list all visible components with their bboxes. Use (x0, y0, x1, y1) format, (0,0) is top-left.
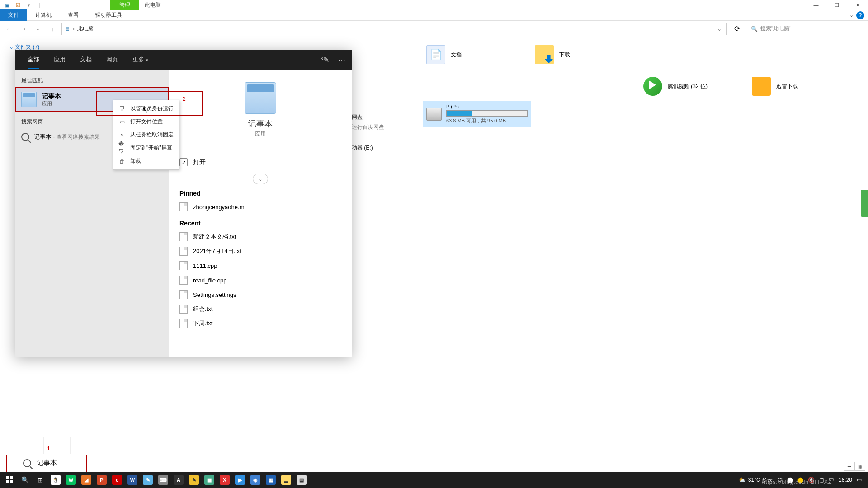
scroll-indicator[interactable] (861, 190, 868, 217)
recent-file[interactable]: 1111.cpp (179, 258, 341, 273)
taskbar-app[interactable]: ⌨ (156, 472, 171, 488)
taskbar-app[interactable]: W (125, 472, 140, 488)
drive-p[interactable]: P (P:) 63.8 MB 可用，共 95.0 MB (423, 101, 531, 127)
help-icon[interactable]: ? (856, 11, 864, 19)
ribbon-view-tab[interactable]: 查看 (60, 9, 87, 21)
open-icon: ↗ (179, 158, 188, 166)
drive-info: P (P:) 63.8 MB 可用，共 95.0 MB (446, 104, 528, 124)
action-label: 打开 (193, 158, 206, 166)
maximize-button[interactable]: ☐ (826, 0, 847, 10)
up-button[interactable]: ↑ (47, 23, 58, 34)
drive-status: 63.8 MB 可用，共 95.0 MB (446, 117, 528, 124)
explorer-search[interactable]: 🔍 搜索"此电脑" (747, 23, 864, 35)
folder-label: 下载 (559, 51, 570, 59)
folder-downloads[interactable]: 下载 (531, 42, 640, 68)
address-dropdown-icon[interactable]: ⌄ (715, 26, 724, 32)
taskbar-app[interactable]: ✎ (186, 472, 202, 488)
feedback-icon[interactable]: ᴿ✎ (320, 56, 329, 64)
back-button[interactable]: ← (4, 23, 14, 34)
taskbar-search-button[interactable]: 🔍 (17, 472, 33, 488)
taskbar-app[interactable]: A (171, 472, 186, 488)
taskbar-app[interactable]: 🐧 (48, 472, 63, 488)
tab-all[interactable]: 全部 (21, 50, 46, 69)
ribbon-driver-tab[interactable]: 驱动器工具 (87, 9, 130, 21)
search-placeholder: 搜索"此电脑" (760, 25, 792, 33)
clock[interactable]: 18:20 (839, 477, 852, 483)
qat-dropdown-icon[interactable]: ▾ (25, 1, 33, 9)
ribbon-file-tab[interactable]: 文件 (0, 9, 27, 21)
address-sep: › (73, 26, 75, 32)
drive-usage-bar (446, 110, 528, 117)
taskbar-app[interactable]: X (217, 472, 232, 488)
search-body: 最佳匹配 记事本 应用 搜索网页 记事本 - 查看网络搜索结果 记事本 应用 ↗… (15, 70, 352, 357)
ctx-unpin-taskbar[interactable]: ⤫从任务栏取消固定 (113, 128, 179, 141)
ribbon-collapse-icon[interactable]: ⌄ (849, 12, 854, 18)
tab-docs[interactable]: 文档 (74, 50, 98, 69)
recent-file[interactable]: 下周.txt (179, 316, 341, 331)
ctx-label: 固定到"开始"屏幕 (130, 144, 172, 152)
recent-file[interactable]: 组会.txt (179, 302, 341, 316)
expand-actions-button[interactable]: ⌄ (253, 174, 268, 184)
recent-file[interactable]: read_file.cpp (179, 273, 341, 287)
view-details-button[interactable]: ☰ (844, 462, 854, 471)
search-icon (23, 459, 31, 467)
nav-bar: ← → ⌄ ↑ 🖥 › 此电脑 ⌄ ⟳ 🔍 搜索"此电脑" (0, 21, 868, 37)
taskbar-app[interactable]: W (63, 472, 79, 488)
taskbar-app[interactable]: e (109, 472, 125, 488)
folder-documents[interactable]: 📄 文档 (423, 42, 531, 68)
taskbar-app[interactable]: P (94, 472, 109, 488)
taskbar-app[interactable]: ▣ (202, 472, 217, 488)
windows-icon (6, 476, 13, 483)
file-icon (179, 247, 188, 256)
taskbar-app[interactable]: ▦ (263, 472, 278, 488)
taskbar-app[interactable]: ◢ (79, 472, 94, 488)
taskbar-app[interactable]: ▤ (294, 472, 309, 488)
start-search-input[interactable] (37, 459, 344, 467)
web-sub: - 查看网络搜索结果 (52, 134, 100, 140)
more-options-icon[interactable]: ⋯ (338, 56, 345, 64)
address-bar[interactable]: 🖥 › 此电脑 ⌄ (61, 23, 727, 35)
notifications-icon[interactable]: ▭ (857, 477, 862, 483)
manage-tab[interactable]: 管理 (110, 0, 139, 10)
admin-icon: ⛉ (118, 105, 126, 113)
start-search-input-wrap (15, 454, 352, 472)
recent-file[interactable]: 新建文本文档.txt (179, 230, 341, 244)
recent-header: Recent (179, 220, 341, 227)
action-open[interactable]: ↗ 打开 (179, 155, 341, 170)
window-title: 此电脑 (139, 0, 166, 10)
file-name: read_file.cpp (193, 277, 226, 284)
taskbar-app[interactable]: ◉ (248, 472, 263, 488)
file-icon (179, 290, 188, 299)
taskbar-app[interactable]: ▶ (232, 472, 248, 488)
best-match-text: 记事本 应用 (42, 92, 61, 107)
drive-label: P (P:) (446, 104, 528, 109)
app-label: 腾讯视频 (32 位) (668, 83, 708, 90)
taskbar-app[interactable]: ✎ (140, 472, 156, 488)
documents-icon: 📄 (426, 45, 445, 64)
search-preview-pane: 记事本 应用 ↗ 打开 ⌄ Pinned zhongcengyaohe.m Re… (169, 70, 352, 357)
app-xunlei[interactable]: 迅雷下载 (748, 73, 857, 99)
ribbon-computer-tab[interactable]: 计算机 (27, 9, 60, 21)
forward-button[interactable]: → (18, 23, 29, 34)
tab-more[interactable]: 更多▾ (126, 50, 155, 69)
view-icons-button[interactable]: ▦ (854, 462, 865, 471)
ctx-open-location[interactable]: ▭打开文件位置 (113, 115, 179, 128)
pinned-file[interactable]: zhongcengyaohe.m (179, 200, 341, 214)
file-icon (179, 276, 188, 285)
start-button[interactable] (2, 472, 17, 488)
close-button[interactable]: ✕ (847, 0, 868, 10)
tab-apps[interactable]: 应用 (47, 50, 72, 69)
app-tencent[interactable]: 腾讯视频 (32 位) (640, 73, 748, 99)
tab-web[interactable]: 网页 (100, 50, 124, 69)
refresh-button[interactable]: ⟳ (731, 23, 743, 35)
recent-file[interactable]: 2021年7月14日.txt (179, 244, 341, 258)
recent-file[interactable]: Settings.settings (179, 287, 341, 302)
taskbar-app[interactable]: ▂ (278, 472, 294, 488)
task-view-button[interactable]: ⊞ (33, 472, 48, 488)
minimize-button[interactable]: — (806, 0, 826, 10)
weather-icon: ⛅ (739, 477, 745, 483)
ctx-uninstall[interactable]: 🗑卸载 (113, 155, 179, 168)
ctx-pin-start[interactable]: �ワ固定到"开始"屏幕 (113, 141, 179, 155)
recent-dropdown[interactable]: ⌄ (33, 23, 43, 34)
mouse-cursor: ↖ (142, 106, 148, 114)
